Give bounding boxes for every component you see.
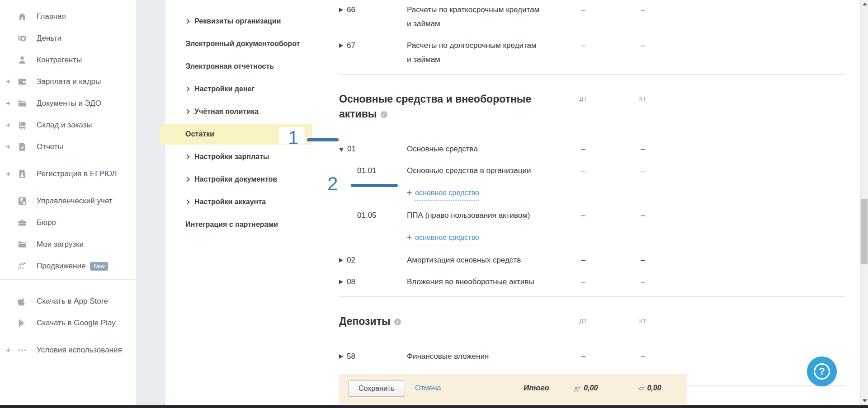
home-icon [17, 11, 28, 22]
sidebar-item-label: Скачать в Google Play [37, 318, 116, 328]
kt-value-cell: – [620, 253, 665, 267]
account-code: 01 [347, 142, 356, 156]
sidebar-divider [0, 279, 136, 280]
account-name-cell: Расчеты по краткосрочным кредитам и займ… [407, 3, 542, 31]
vertical-scrollbar[interactable] [860, 0, 868, 405]
expand-triangle-icon[interactable] [339, 258, 343, 263]
sidebar-item-apple[interactable]: Скачать в App Store [0, 291, 136, 312]
account-name: Расчеты по краткосрочным кредитам и займ… [407, 5, 539, 28]
plus-icon: + [6, 121, 10, 130]
info-icon[interactable]: i [394, 319, 401, 325]
warehouse-icon [17, 120, 28, 131]
plus-icon: + [6, 346, 10, 355]
account-code-cell: 66 [339, 3, 407, 17]
account-code: 01.05 [357, 208, 377, 222]
account-code: 01.01 [357, 164, 377, 178]
sidebar-item-downloads[interactable]: Мои загрузки [0, 234, 136, 255]
registration-icon [17, 169, 28, 179]
sidebar-item-reports[interactable]: +Отчеты [0, 136, 136, 158]
account-code: 66 [347, 3, 355, 17]
section-header: ДепозитыiДТКТ [339, 314, 845, 329]
sidebar-item-label: Контрагенты [37, 55, 82, 66]
new-badge: New [90, 262, 108, 271]
help-button[interactable]: ? [807, 356, 837, 386]
account-name-cell: Вложения во внеоборотные активы [407, 275, 542, 289]
plus-icon: + [6, 77, 10, 86]
settings-menu-item[interactable]: Электронная отчетность [160, 55, 312, 78]
settings-menu-item[interactable]: Учётная политика [160, 100, 312, 123]
scroll-down-arrow-icon[interactable] [863, 399, 867, 402]
sidebar-item-home[interactable]: Главная [0, 6, 136, 28]
contractors-icon [17, 55, 28, 66]
sidebar-item-more-dots[interactable]: +Условия использования [0, 334, 136, 366]
account-row: 01.01Основные средства в организации–– [339, 164, 845, 178]
settings-menu-item[interactable]: Настройки аккаунта [160, 191, 312, 213]
settings-menu-item[interactable]: Настройки денег [160, 78, 312, 100]
sidebar-item-label: Зарплата и кадры [37, 76, 101, 87]
dt-value-cell: – [561, 3, 606, 17]
settings-menu-item[interactable]: Электронный документооборот [160, 33, 312, 55]
chevron-right-icon [184, 199, 189, 204]
sidebar-item-promotion[interactable]: ПродвижениеNew [0, 255, 136, 277]
dt-value-cell: – [561, 164, 606, 178]
google-play-icon [17, 318, 28, 328]
sidebar-app-links: Скачать в App StoreСкачать в Google Play [0, 286, 136, 334]
expand-triangle-icon[interactable] [339, 280, 343, 284]
sidebar-item-google-play[interactable]: Скачать в Google Play [0, 312, 136, 334]
section-title-text: Основные средства и внеоборотные активы [339, 93, 531, 120]
plus-icon: + [6, 142, 10, 151]
account-name: Финансовые вложения [407, 352, 489, 361]
account-row: +основное средство [339, 230, 845, 245]
settings-menu-item-label: Интеграция с партнерами [185, 220, 278, 229]
sidebar-item-warehouse[interactable]: +Склад и заказы [0, 114, 136, 136]
dt-value-cell: – [561, 275, 606, 289]
expand-triangle-icon[interactable] [339, 8, 343, 12]
balances-content: 66Расчеты по краткосрочным кредитам и за… [339, 0, 845, 393]
settings-menu-item-label: Учётная политика [194, 108, 259, 116]
sidebar-item-documents[interactable]: +Документы и ЭДО [0, 93, 136, 114]
cancel-link[interactable]: Отмена [415, 384, 441, 392]
sidebar-item-salary[interactable]: +Зарплата и кадры [0, 71, 136, 93]
dt-column-header: ДТ [561, 314, 606, 324]
plus-icon: + [407, 185, 412, 199]
sidebar-item-registration[interactable]: +Регистрация в ЕГРЮЛ [0, 158, 136, 190]
total-kt: кт:0,00 [638, 384, 661, 392]
add-asset-link[interactable]: +основное средство [407, 185, 479, 201]
dt-value-cell: – [561, 253, 606, 267]
sidebar-nav-list: Главная₽ДеньгиКонтрагенты+Зарплата и кад… [0, 0, 136, 277]
add-asset-link[interactable]: +основное средство [407, 230, 479, 245]
info-icon[interactable]: i [381, 111, 387, 118]
add-asset-link-label: основное средство [415, 230, 479, 245]
sidebar-item-contractors[interactable]: Контрагенты [0, 49, 136, 71]
expand-triangle-icon[interactable] [339, 354, 343, 359]
expand-triangle-icon[interactable] [339, 43, 343, 48]
settings-menu-item[interactable]: Реквизиты организации [160, 10, 312, 33]
scroll-up-arrow-icon[interactable] [863, 3, 867, 5]
annotation-step1-number: 1 [288, 128, 298, 147]
scrollbar-thumb[interactable] [861, 199, 868, 264]
sidebar-item-management[interactable]: ₽Управленческий учет [0, 190, 136, 212]
sidebar-item-bureau[interactable]: Бюро [0, 212, 136, 234]
sidebar-item-label: Мои загрузки [37, 239, 84, 250]
account-code: 58 [347, 349, 355, 363]
account-code-cell: 02 [339, 253, 407, 267]
collapse-triangle-icon[interactable] [339, 148, 344, 152]
sidebar-item-money[interactable]: ₽Деньги [0, 28, 136, 49]
chevron-right-icon [184, 154, 189, 159]
settings-menu-item[interactable]: Интеграция с партнерами [160, 213, 312, 236]
kt-value-cell: – [620, 208, 665, 222]
sidebar-item-label: Регистрация в ЕГРЮЛ [37, 169, 117, 179]
account-code-cell: 67 [339, 38, 407, 52]
settings-menu-item[interactable]: Настройки зарплаты [160, 145, 312, 168]
settings-menu-item-label: Настройки документов [194, 175, 277, 183]
account-name: ППА (право пользования активом) [407, 211, 530, 220]
save-button[interactable]: Сохранить [348, 380, 405, 397]
table-rows-top: 66Расчеты по краткосрочным кредитам и за… [339, 0, 845, 66]
sidebar-item-label: Деньги [37, 33, 61, 44]
account-name: Основные средства [407, 145, 478, 153]
plus-icon: + [6, 169, 10, 178]
settings-menu-item[interactable]: Настройки документов [160, 168, 312, 191]
viewport-bottom-edge [0, 405, 868, 408]
documents-icon [17, 98, 28, 109]
account-row: 66Расчеты по краткосрочным кредитам и за… [339, 3, 845, 31]
